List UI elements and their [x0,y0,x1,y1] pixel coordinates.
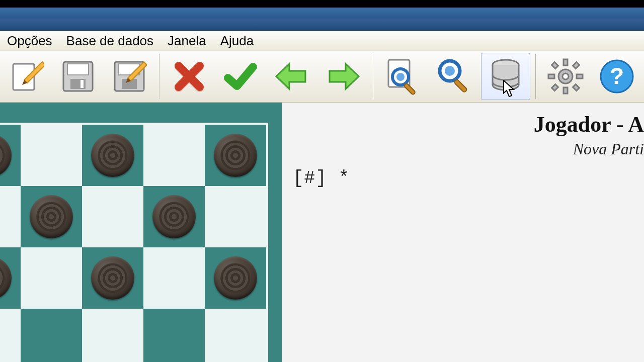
dark-piece[interactable] [91,256,134,300]
save-button[interactable] [53,53,103,100]
board-square[interactable] [205,125,266,186]
svg-rect-23 [548,74,554,78]
svg-rect-28 [573,84,580,91]
svg-point-14 [396,73,405,81]
svg-text:?: ? [610,63,624,89]
magnifier-icon [435,57,474,96]
svg-rect-27 [552,84,558,91]
gear-icon [547,58,584,95]
board-square[interactable] [143,247,205,309]
cancel-button[interactable] [165,53,214,100]
content-area: Jogador - A Nova Parti [#] * [0,103,644,362]
svg-rect-6 [80,80,84,88]
dark-piece[interactable] [0,256,12,300]
svg-rect-4 [67,64,89,75]
save-disk-icon [60,59,96,94]
database-button[interactable] [481,53,530,100]
notation-panel: Jogador - A Nova Parti [#] * [282,103,644,362]
toolbar: ? [0,51,644,103]
toolbar-separator [159,54,159,99]
letterbox-top [0,0,644,8]
board-square[interactable] [21,247,82,309]
board-square[interactable] [21,125,82,186]
svg-rect-18 [454,79,468,93]
svg-point-17 [445,66,455,76]
database-cylinder-icon [488,58,523,95]
board-square[interactable] [0,186,21,247]
dark-piece[interactable] [214,256,257,300]
svg-point-29 [562,73,569,79]
board-square[interactable] [82,186,143,247]
settings-button[interactable] [541,53,590,100]
checkers-board[interactable] [0,123,268,362]
board-square[interactable] [21,309,82,362]
save-disk-edit-icon [112,59,147,94]
dark-piece[interactable] [0,134,12,177]
dark-piece[interactable] [30,195,73,238]
board-square[interactable] [205,247,266,309]
game-subtitle: Nova Parti [573,140,644,158]
svg-rect-25 [552,62,558,69]
dark-piece[interactable] [152,195,196,238]
green-check-icon [223,59,258,94]
arrow-right-icon [324,59,363,94]
window-titlebar[interactable] [0,8,644,31]
board-square[interactable] [143,186,205,247]
board-square[interactable] [82,125,143,186]
search-document-icon [383,57,423,96]
board-square[interactable] [82,309,143,362]
menu-database[interactable]: Base de dados [59,31,160,51]
arrow-left-icon [272,59,311,94]
board-square[interactable] [143,309,205,362]
board-square[interactable] [21,186,82,247]
search-button[interactable] [430,53,479,100]
board-square[interactable] [0,309,21,362]
board-square[interactable] [0,247,21,309]
board-square[interactable] [205,186,266,247]
menu-help[interactable]: Ajuda [213,31,261,51]
menu-window[interactable]: Janela [160,31,213,51]
board-square[interactable] [82,247,143,309]
red-x-icon [172,59,207,94]
svg-rect-22 [564,87,568,94]
new-document-button[interactable] [2,53,51,100]
new-file-edit-icon [9,59,44,94]
svg-rect-24 [577,74,583,78]
toolbar-separator [373,54,373,99]
menubar: Opções Base de dados Janela Ajuda [0,31,644,51]
dark-piece[interactable] [214,134,257,177]
dark-piece[interactable] [91,134,134,177]
board-panel [0,103,282,362]
help-button[interactable]: ? [592,53,641,100]
save-edit-button[interactable] [105,53,154,100]
svg-rect-26 [573,62,580,69]
prev-button[interactable] [267,53,316,100]
svg-rect-21 [564,59,568,65]
board-square[interactable] [143,125,205,186]
help-question-icon: ? [598,58,635,95]
board-square[interactable] [0,125,21,186]
board-square[interactable] [205,309,266,362]
menu-options[interactable]: Opções [0,31,59,51]
move-list: [#] * [293,168,350,189]
next-button[interactable] [318,53,368,100]
search-document-button[interactable] [378,53,428,100]
player-header: Jogador - A [534,112,644,137]
accept-button[interactable] [216,53,265,100]
toolbar-separator [535,54,536,99]
app-window: Opções Base de dados Janela Ajuda [0,8,644,362]
